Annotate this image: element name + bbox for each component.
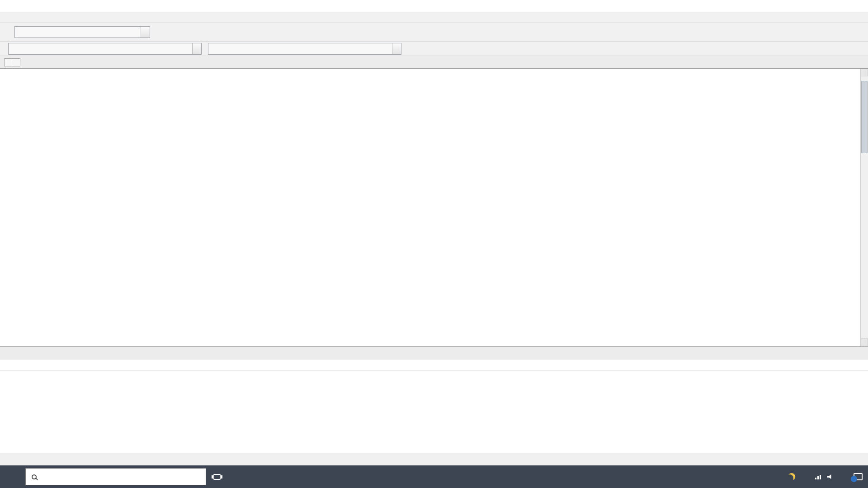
scrollbar-thumb[interactable] bbox=[861, 81, 868, 153]
code-editor[interactable] bbox=[0, 69, 868, 346]
minimize-icon[interactable] bbox=[806, 0, 826, 12]
tab-scroll-controls bbox=[4, 58, 20, 66]
window-controls bbox=[806, 0, 868, 12]
main-toolbar bbox=[0, 23, 868, 42]
notification-badge bbox=[851, 476, 857, 482]
project-panel-toggle[interactable] bbox=[1, 66, 4, 68]
chevron-down-icon[interactable] bbox=[192, 43, 201, 54]
start-button[interactable] bbox=[0, 465, 25, 488]
devcpp-window bbox=[0, 0, 868, 465]
network-icon[interactable] bbox=[815, 474, 821, 479]
titlebar[interactable] bbox=[0, 0, 868, 12]
volume-icon[interactable] bbox=[827, 474, 834, 479]
class-browser-toolbar bbox=[0, 42, 868, 56]
taskbar-right bbox=[778, 465, 868, 488]
scroll-up-icon[interactable] bbox=[861, 69, 868, 76]
tab-scroll-left-icon[interactable] bbox=[5, 59, 12, 66]
close-icon[interactable] bbox=[847, 0, 868, 12]
scrollbar-track[interactable] bbox=[861, 76, 868, 338]
screen bbox=[0, 0, 868, 488]
editor-tabbar bbox=[0, 56, 868, 69]
search-icon bbox=[32, 474, 37, 479]
scroll-down-icon[interactable] bbox=[861, 338, 868, 346]
output-table-header bbox=[0, 360, 868, 371]
taskbar-search-input[interactable] bbox=[25, 468, 206, 485]
notification-center-icon[interactable] bbox=[854, 473, 863, 480]
tab-scroll-right-icon[interactable] bbox=[12, 59, 20, 66]
statusbar bbox=[0, 453, 868, 465]
taskbar bbox=[0, 465, 868, 488]
globals-select[interactable] bbox=[8, 43, 202, 55]
compiler-output-table bbox=[0, 360, 868, 453]
task-view-icon bbox=[213, 474, 221, 480]
chevron-down-icon[interactable] bbox=[141, 27, 150, 38]
compiler-select[interactable] bbox=[14, 26, 150, 38]
menubar bbox=[0, 12, 868, 23]
moon-icon bbox=[788, 473, 795, 480]
editor-vscrollbar[interactable] bbox=[860, 69, 868, 346]
code-area[interactable] bbox=[0, 69, 860, 346]
report-tabbar bbox=[0, 346, 868, 360]
chevron-down-icon[interactable] bbox=[392, 43, 401, 54]
maximize-icon[interactable] bbox=[826, 0, 847, 12]
task-view-button[interactable] bbox=[206, 465, 228, 488]
weather-widget[interactable] bbox=[788, 473, 802, 480]
members-select[interactable] bbox=[208, 43, 401, 55]
